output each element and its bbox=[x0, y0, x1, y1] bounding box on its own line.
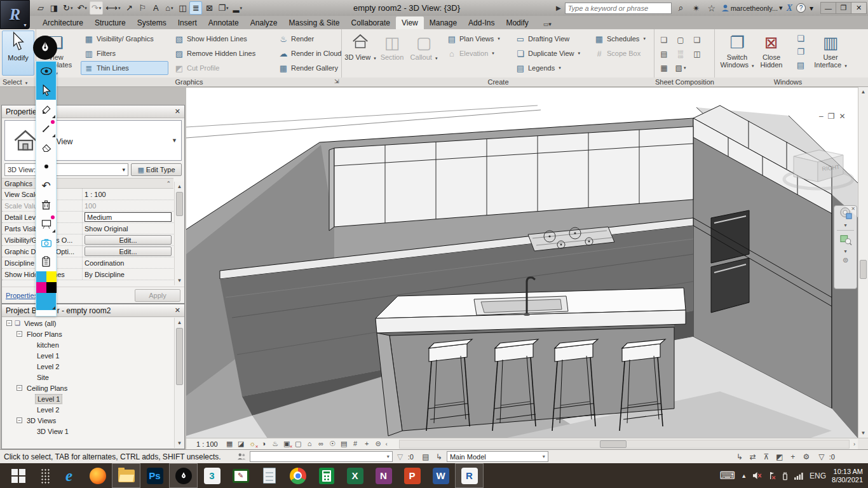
property-value[interactable]: By Discipline bbox=[82, 269, 173, 280]
modify-tool-button[interactable]: Modify bbox=[2, 30, 34, 76]
tree-expander-icon[interactable]: − bbox=[6, 320, 12, 326]
property-value[interactable]: Show Original bbox=[82, 223, 173, 234]
property-value[interactable]: Edit... bbox=[82, 234, 173, 245]
drag-on-selection-icon[interactable]: + bbox=[787, 452, 799, 461]
view-close-icon[interactable]: ✕ bbox=[839, 112, 845, 121]
taskbar-start-button[interactable] bbox=[0, 463, 37, 488]
properties-scrollbar[interactable]: ▲ ▼ bbox=[174, 182, 184, 285]
close-icon[interactable]: ✕ bbox=[175, 306, 180, 315]
tree-item-label[interactable]: Level 1 bbox=[35, 394, 62, 404]
tree-expander-icon[interactable]: − bbox=[17, 331, 22, 337]
tree-expander-icon[interactable]: − bbox=[17, 417, 22, 423]
tree-item[interactable]: −Ceiling Plans bbox=[3, 383, 173, 393]
tab-architecture[interactable]: Architecture bbox=[37, 17, 89, 29]
shadows-icon[interactable]: ◑ bbox=[259, 440, 269, 448]
taskbar-notepad[interactable] bbox=[255, 463, 283, 488]
network-signal-icon[interactable] bbox=[794, 472, 804, 480]
plan-views-button[interactable]: ▤Plan Views▾ bbox=[444, 32, 510, 46]
workset-dropdown[interactable]: ▾ bbox=[250, 451, 393, 462]
close-hidden-button[interactable]: ⊠CloseHidden bbox=[754, 30, 789, 76]
horizontal-scrollbar[interactable] bbox=[399, 440, 850, 449]
property-value[interactable]: 100 bbox=[82, 200, 173, 211]
temporary-view-properties-icon[interactable]: ▤ bbox=[339, 440, 349, 448]
tree-item-label[interactable]: Level 2 bbox=[35, 362, 61, 371]
crop-view-icon[interactable]: ▣✕ bbox=[282, 440, 292, 448]
exchange-apps-icon[interactable]: X bbox=[787, 3, 792, 13]
matchline-icon[interactable]: ◫ bbox=[691, 47, 703, 61]
help-icon[interactable]: ? bbox=[796, 3, 806, 13]
drawing-area[interactable]: ‒ ❐ ✕ RIGHT ✕ ▾ ▾ ⊜ bbox=[186, 87, 858, 438]
visibility-graphics-button[interactable]: ▦Visibility/ Graphics bbox=[81, 32, 168, 46]
cut-profile-button[interactable]: ◩Cut Profile bbox=[171, 61, 271, 75]
schedules-button[interactable]: ▦Schedules▾ bbox=[591, 32, 653, 46]
callout-button[interactable]: ▢Callout ▾ bbox=[408, 30, 440, 76]
taskbar-3ds-max[interactable]: 3 bbox=[198, 463, 226, 488]
analytical-model-icon[interactable]: # bbox=[351, 440, 360, 448]
minimize-button[interactable]: — bbox=[820, 2, 836, 14]
qat-open-icon[interactable]: ▱ bbox=[34, 1, 47, 15]
taskbar-powerpoint[interactable]: P bbox=[398, 463, 426, 488]
account-menu[interactable]: marcetheonly...▾ bbox=[721, 4, 783, 12]
epic-pen-active-color[interactable] bbox=[36, 293, 56, 310]
edit-type-button[interactable]: ▦ Edit Type bbox=[131, 163, 182, 176]
communication-center-icon[interactable]: ✴ bbox=[691, 3, 702, 13]
tab-massing-site[interactable]: Massing & Site bbox=[283, 17, 346, 29]
chevron-down-icon[interactable]: ▼ bbox=[172, 137, 177, 144]
qat-close-hidden-windows-icon[interactable]: ⊠ bbox=[203, 1, 215, 15]
qat-redo-icon[interactable]: ↷▾ bbox=[90, 1, 103, 15]
taskbar-word[interactable]: W bbox=[426, 463, 455, 488]
taskbar-clock[interactable]: 10:13 AM 8/30/2021 bbox=[832, 468, 863, 484]
worksets-icon[interactable] bbox=[236, 452, 248, 461]
tree-item[interactable]: −3D Views bbox=[3, 415, 173, 426]
property-row[interactable]: Parts VisibilityShow Original bbox=[2, 223, 173, 234]
tab-collaborate[interactable]: Collaborate bbox=[346, 17, 396, 29]
language-indicator[interactable]: ENG bbox=[810, 471, 826, 480]
taskbar-green-sketchpad[interactable]: ✎ bbox=[226, 463, 255, 488]
view-reference-icon[interactable]: ▧ ▾ bbox=[675, 61, 686, 75]
navigation-bar[interactable]: ✕ ▾ ▾ ⊜ bbox=[834, 205, 857, 289]
duplicate-view-button[interactable]: ❏Duplicate View▾ bbox=[512, 46, 591, 60]
guide-grid-icon[interactable]: ░ bbox=[675, 47, 686, 61]
qat-customize-qat-icon[interactable]: ▂▾ bbox=[231, 1, 245, 15]
editable-only-filter-icon[interactable]: ▽ bbox=[395, 452, 406, 461]
select-pinned-icon[interactable]: ⊼ bbox=[761, 452, 772, 461]
horizontal-scrollbar-thumb[interactable] bbox=[600, 440, 627, 448]
scroll-right-icon[interactable]: › bbox=[851, 441, 858, 447]
selection-filter-icon[interactable]: ▽ bbox=[816, 452, 827, 461]
switch-windows-button[interactable]: ❐SwitchWindows ▾ bbox=[720, 30, 754, 76]
help-search-input[interactable] bbox=[565, 3, 672, 14]
qat-measure-icon[interactable]: ⟷▾ bbox=[104, 1, 122, 15]
scope-box-button[interactable]: #Scope Box bbox=[591, 46, 653, 60]
epic-pen-screenshot-icon[interactable] bbox=[36, 233, 56, 252]
qat-thin-lines-icon[interactable]: ≣ bbox=[189, 1, 202, 15]
visual-style-icon[interactable]: ◪ bbox=[236, 440, 246, 448]
press-drag-icon[interactable]: ⚙ bbox=[801, 452, 812, 461]
vertical-scrollbar-thumb[interactable] bbox=[860, 260, 867, 279]
taskbar-chrome[interactable] bbox=[283, 463, 312, 488]
color-swatch-2[interactable] bbox=[36, 282, 46, 293]
tree-item[interactable]: −❏Views (all) bbox=[3, 318, 173, 329]
color-swatch-3[interactable] bbox=[46, 282, 57, 293]
tree-item-label[interactable]: kitchen bbox=[35, 341, 61, 349]
instance-selector[interactable]: 3D View:▾ bbox=[4, 163, 128, 176]
ribbon-minimize-icon[interactable]: ▭▾ bbox=[539, 19, 555, 29]
navbar-options-icon[interactable]: ⊜ bbox=[834, 255, 857, 265]
qat-undo-icon[interactable]: ↶▾ bbox=[75, 1, 88, 15]
sheet-list-icon[interactable]: ▤ bbox=[658, 47, 670, 61]
tree-item-label[interactable]: Ceiling Plans bbox=[25, 384, 69, 393]
tab-add-ins[interactable]: Add-Ins bbox=[463, 17, 500, 29]
taskbar-excel[interactable]: X bbox=[341, 463, 369, 488]
taskbar-internet-explorer[interactable]: e bbox=[55, 463, 83, 488]
user-interface-button[interactable]: ▥ User Interface ▾ bbox=[811, 30, 850, 76]
render-button[interactable]: ♨Render bbox=[275, 32, 340, 46]
application-menu-button[interactable]: R ▼ bbox=[0, 0, 30, 29]
temporary-hide-isolate-icon[interactable]: ∞ bbox=[316, 440, 326, 448]
view-minimize-icon[interactable]: ‒ bbox=[819, 112, 824, 121]
close-button[interactable]: ✕ bbox=[851, 2, 867, 14]
show-hidden-icons-chevron[interactable]: ▲ bbox=[741, 473, 747, 479]
thin-lines-button[interactable]: ≣Thin Lines bbox=[81, 61, 168, 75]
property-row[interactable]: DisciplineCoordination bbox=[2, 257, 173, 269]
restore-button[interactable]: ❐ bbox=[836, 2, 851, 14]
locked-3d-icon[interactable]: ⌂ bbox=[305, 440, 315, 448]
tree-item[interactable]: kitchen bbox=[3, 339, 173, 350]
